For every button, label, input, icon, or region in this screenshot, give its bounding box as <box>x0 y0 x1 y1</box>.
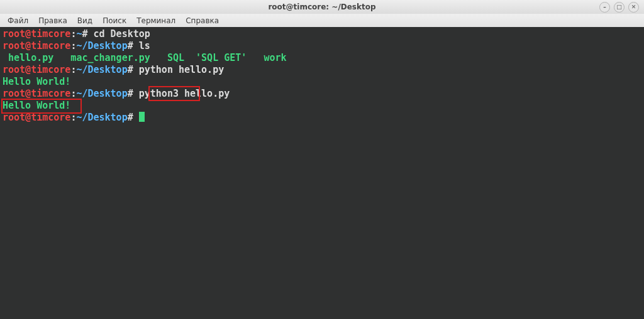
terminal-line-8: root@timcore:~/Desktop# <box>3 112 457 124</box>
terminal-ls-output: hello.py mac_changer.py SQL 'SQL GET' wo… <box>3 52 457 64</box>
menubar: Файл Правка Вид Поиск Терминал Справка <box>0 14 644 28</box>
cursor <box>139 112 145 122</box>
minimize-icon: – <box>603 4 606 10</box>
minimize-button[interactable]: – <box>599 2 610 13</box>
cmd-python: python hello.py <box>139 64 224 75</box>
desktop: root@timcore: ~/Desktop – □ ✕ Файл Правк… <box>0 0 644 319</box>
terminal-output-1: Hello World! <box>3 76 457 88</box>
menu-view[interactable]: Вид <box>72 15 97 26</box>
menu-file[interactable]: Файл <box>3 15 33 26</box>
cmd-ls: ls <box>139 40 150 51</box>
maximize-button[interactable]: □ <box>614 2 625 13</box>
terminal-output-2: Hello World! <box>3 100 457 112</box>
menu-search[interactable]: Поиск <box>97 15 131 26</box>
menu-terminal[interactable]: Терминал <box>131 15 180 26</box>
titlebar: root@timcore: ~/Desktop – □ ✕ <box>0 0 644 14</box>
terminal-area: root@timcore:~# cd Desktoproot@timcore:~… <box>0 27 644 319</box>
cmd-cd: cd Desktop <box>94 28 150 40</box>
terminal-line-1: root@timcore:~# cd Desktop <box>3 28 457 40</box>
cmd-python3-b: hello.py <box>179 88 230 99</box>
window-title: root@timcore: ~/Desktop <box>268 3 375 11</box>
menu-edit[interactable]: Правка <box>33 15 72 26</box>
close-icon: ✕ <box>631 4 636 10</box>
prompt-user: root@timcore <box>3 28 70 40</box>
terminal-line-6: root@timcore:~/Desktop# python3 hello.py <box>3 88 457 100</box>
terminal-right-strip <box>459 27 644 319</box>
window-controls: – □ ✕ <box>599 0 639 14</box>
terminal-line-4: root@timcore:~/Desktop# python hello.py <box>3 64 457 76</box>
cmd-python3-a: python3 <box>139 88 179 99</box>
maximize-icon: □ <box>616 4 622 10</box>
terminal-line-2: root@timcore:~/Desktop# ls <box>3 40 457 52</box>
terminal[interactable]: root@timcore:~# cd Desktoproot@timcore:~… <box>0 27 459 319</box>
menu-help[interactable]: Справка <box>180 15 224 26</box>
close-button[interactable]: ✕ <box>628 2 639 13</box>
